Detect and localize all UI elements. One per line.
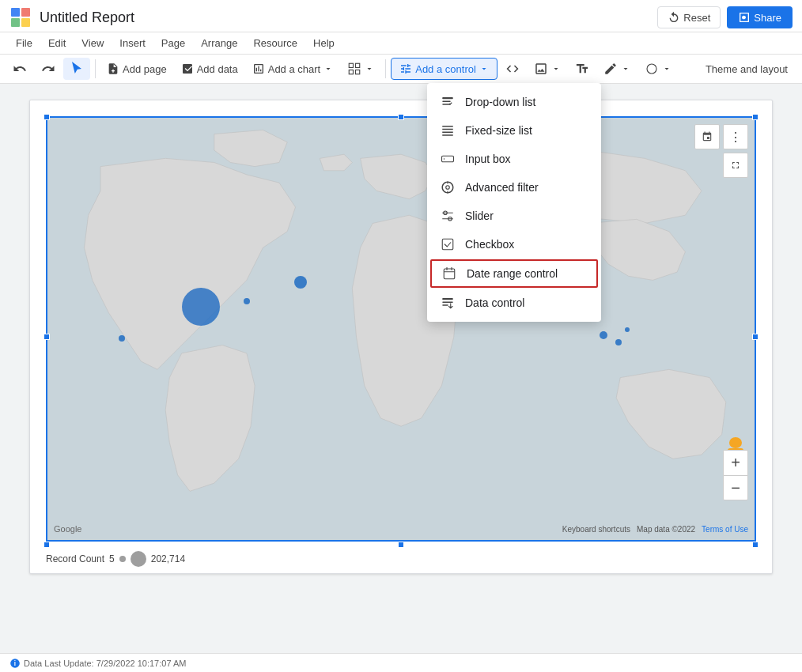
map-dot-usa-large — [182, 288, 220, 326]
code-button[interactable] — [499, 58, 526, 80]
dropdown-list-label: Drop-down list — [465, 96, 535, 108]
menu-option-slider[interactable]: Slider — [427, 202, 601, 230]
menu-option-advanced-filter[interactable]: Advanced filter — [427, 173, 601, 202]
shape-button[interactable] — [638, 58, 678, 80]
image-dropdown-icon — [551, 64, 561, 74]
menu-resource[interactable]: Resource — [247, 34, 304, 52]
handle-middle-left[interactable] — [44, 334, 50, 340]
add-data-icon — [181, 62, 194, 75]
svg-rect-18 — [442, 129, 453, 130]
menu-bar: File Edit View Insert Page Arrange Resou… — [0, 32, 802, 55]
svg-point-8 — [647, 64, 656, 74]
menu-file[interactable]: File — [9, 34, 39, 52]
pen-dropdown-icon — [621, 64, 630, 74]
handle-bottom-right[interactable] — [752, 542, 758, 548]
share-icon — [738, 11, 751, 24]
svg-rect-6 — [349, 70, 353, 74]
code-icon — [505, 62, 520, 76]
record-dot-small — [119, 556, 126, 562]
map-more-button[interactable]: ⋮ — [723, 124, 748, 149]
zoom-out-button[interactable]: − — [723, 475, 748, 500]
handle-middle-right[interactable] — [752, 334, 758, 340]
keyboard-shortcuts[interactable]: Keyboard shortcuts — [562, 525, 630, 534]
svg-rect-37 — [442, 304, 448, 306]
menu-arrange[interactable]: Arrange — [195, 34, 244, 52]
record-max-value: 202,714 — [151, 553, 185, 564]
svg-rect-4 — [349, 63, 353, 67]
menu-option-fixed-list[interactable]: Fixed-size list — [427, 116, 601, 145]
svg-rect-15 — [442, 101, 451, 103]
map-container: ⋮ + − — [46, 116, 756, 542]
advanced-filter-label: Advanced filter — [465, 181, 539, 194]
menu-page[interactable]: Page — [155, 34, 191, 52]
add-control-button[interactable]: Add a control — [391, 58, 497, 80]
menu-option-data-control[interactable]: Data control — [427, 289, 601, 317]
divider-2 — [385, 59, 386, 78]
svg-point-23 — [446, 186, 450, 190]
slider-label: Slider — [465, 210, 494, 222]
theme-layout-button[interactable]: Theme and layout — [698, 59, 796, 79]
svg-rect-35 — [442, 298, 453, 300]
checkbox-icon — [440, 236, 456, 252]
redo-button[interactable] — [35, 58, 62, 80]
report-canvas: ⋮ + − — [29, 100, 773, 574]
zoom-in-button[interactable]: + — [723, 450, 748, 475]
info-icon: i — [9, 658, 21, 669]
pen-button[interactable] — [597, 58, 637, 80]
text-icon — [575, 62, 589, 76]
select-button[interactable] — [63, 58, 90, 80]
menu-insert[interactable]: Insert — [113, 34, 152, 52]
svg-rect-2 — [11, 18, 20, 27]
map-dot-asia1 — [600, 331, 607, 339]
title-bar: Untitled Report Reset Share — [0, 0, 802, 32]
menu-option-dropdown-list[interactable]: Drop-down list — [427, 88, 601, 116]
app-logo — [9, 6, 32, 28]
share-button[interactable]: Share — [727, 6, 793, 28]
map-pin-button[interactable] — [694, 124, 720, 149]
slider-icon — [440, 208, 456, 224]
add-chart-button[interactable]: Add a chart — [246, 59, 340, 79]
undo-button[interactable] — [6, 58, 33, 80]
input-box-icon — [440, 151, 456, 167]
handle-bottom-left[interactable] — [44, 542, 50, 548]
svg-rect-36 — [442, 302, 453, 304]
image-icon — [534, 62, 548, 76]
menu-option-date-range[interactable]: Date range control — [430, 259, 598, 288]
svg-rect-14 — [442, 97, 453, 99]
handle-top-left[interactable] — [44, 114, 50, 120]
handle-top-center[interactable] — [398, 114, 404, 120]
add-page-button[interactable]: Add page — [100, 59, 173, 79]
control-dropdown-icon — [479, 64, 489, 74]
terms-link[interactable]: Terms of Use — [702, 525, 748, 534]
handle-top-right[interactable] — [752, 114, 758, 120]
menu-option-checkbox[interactable]: Checkbox — [427, 230, 601, 259]
menu-edit[interactable]: Edit — [42, 34, 72, 52]
svg-rect-19 — [442, 132, 453, 134]
menu-help[interactable]: Help — [307, 34, 341, 52]
svg-text:i: i — [14, 659, 16, 666]
dropdown-list-icon — [440, 94, 456, 110]
pen-icon — [603, 62, 618, 76]
reset-icon — [668, 11, 680, 24]
add-chart-icon — [252, 62, 265, 75]
menu-view[interactable]: View — [75, 34, 110, 52]
grid-button[interactable] — [341, 58, 380, 80]
add-data-button[interactable]: Add data — [175, 59, 244, 79]
svg-rect-5 — [356, 63, 360, 67]
record-dot-large — [131, 551, 146, 567]
redo-icon — [41, 62, 55, 76]
svg-rect-17 — [442, 126, 453, 127]
input-box-label: Input box — [465, 153, 511, 165]
shape-icon — [645, 62, 659, 76]
pin-icon — [702, 131, 713, 142]
handle-bottom-center[interactable] — [398, 542, 404, 548]
menu-option-input-box[interactable]: Input box — [427, 145, 601, 173]
svg-rect-3 — [21, 18, 30, 27]
fullscreen-button[interactable] — [723, 153, 748, 178]
text-button[interactable] — [569, 58, 596, 80]
reset-button[interactable]: Reset — [657, 6, 721, 28]
map-controls-top: ⋮ — [694, 124, 748, 149]
svg-rect-0 — [11, 8, 20, 17]
image-button[interactable] — [528, 58, 567, 80]
status-bar: i Data Last Update: 7/29/2022 10:17:07 A… — [0, 653, 802, 672]
